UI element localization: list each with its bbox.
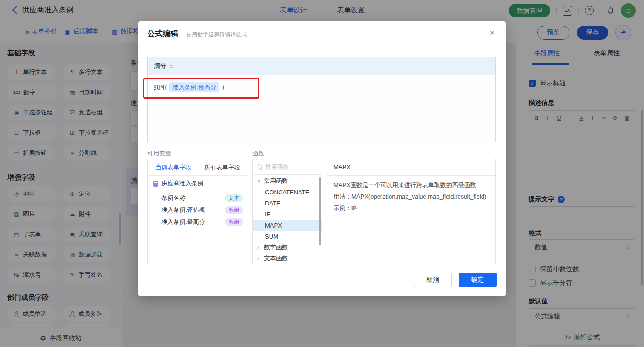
modal-footer: 取消 确定 <box>414 273 497 287</box>
formula-target-row: 满分 = <box>148 57 495 75</box>
variable-name: 准入条例.最高分 <box>161 218 205 226</box>
type-badge: 数组 <box>225 218 243 226</box>
function-item-concatenate[interactable]: CONCATENATE <box>253 187 322 198</box>
doc-line: MAPX函数是一个可以用来进行跨表单取数的高级函数 <box>334 179 490 191</box>
formula-box: 满分 = SUM( 准入条例.最高分 ) <box>147 57 496 142</box>
doc-line: 用法：MAPX(operation,map_value,map_field,re… <box>334 191 490 202</box>
function-doc-title: MAPX <box>327 159 495 176</box>
function-item-if[interactable]: IF <box>253 209 322 220</box>
functions-panel: ∨ 常用函数 CONCATENATE DATE IF MAPX SUM › 数学… <box>252 159 322 264</box>
ok-button[interactable]: 确定 <box>459 273 497 287</box>
red-highlight-box <box>143 78 259 99</box>
function-item-sum[interactable]: SUM <box>253 231 322 242</box>
variable-name: 准入条例.评估项 <box>161 206 205 214</box>
cancel-button[interactable]: 取消 <box>414 273 452 287</box>
formula-editor-modal: 公式编辑 使用数学运算符编辑公式 × 满分 = SUM( 准入条例.最高分 ) … <box>138 21 506 296</box>
group-label: 数学函数 <box>264 243 288 251</box>
variable-name: 条例名称 <box>161 194 185 202</box>
function-doc-panel: MAPX MAPX函数是一个可以用来进行跨表单取数的高级函数 用法：MAPX(o… <box>327 159 496 264</box>
variables-tabs: 当前表单字段 所有表单字段 <box>148 159 248 176</box>
formula-target: 满分 <box>154 62 167 70</box>
function-item-date[interactable]: DATE <box>253 198 322 209</box>
chevron-right-icon: › <box>257 245 261 250</box>
variables-panel: 当前表单字段 所有表单字段 供应商准入条例 条例名称 文本 准入条例.评估项 数… <box>147 159 248 264</box>
function-doc-body: MAPX函数是一个可以用来进行跨表单取数的高级函数 用法：MAPX(operat… <box>334 179 490 214</box>
group-label: 文本函数 <box>264 254 288 262</box>
function-list-scrollbar[interactable] <box>319 177 321 245</box>
form-document-icon <box>153 181 158 187</box>
modal-header: 公式编辑 使用数学运算符编辑公式 × <box>138 21 506 46</box>
search-icon <box>257 164 262 169</box>
functions-section-label: 函数 <box>252 149 264 158</box>
function-search-row <box>253 159 322 175</box>
close-icon[interactable]: × <box>489 28 495 37</box>
type-badge: 数组 <box>225 206 243 214</box>
variables-tree-root[interactable]: 供应商准入条例 <box>153 179 203 188</box>
tree-root-label: 供应商准入条例 <box>161 179 203 188</box>
variable-item[interactable]: 准入条例.最高分 数组 <box>161 216 243 228</box>
modal-subtitle: 使用数学运算符编辑公式 <box>186 31 247 39</box>
app-window: 供应商准入条例 表单设计 表单设置 数据管理 ≡A ? C ⌀ 表单外链 ▣ 后… <box>0 0 644 347</box>
doc-line: 示例：略 <box>334 202 490 214</box>
variable-item[interactable]: 准入条例.评估项 数组 <box>161 204 243 216</box>
function-item-mapx[interactable]: MAPX <box>253 220 322 231</box>
function-list: ∨ 常用函数 CONCATENATE DATE IF MAPX SUM › 数学… <box>253 176 322 264</box>
type-badge: 文本 <box>225 194 243 202</box>
formula-equals: = <box>170 63 173 70</box>
function-group-math[interactable]: › 数学函数 <box>253 242 322 253</box>
chevron-down-icon: ∨ <box>257 179 261 184</box>
group-label: 常用函数 <box>264 177 288 185</box>
modal-title: 公式编辑 <box>147 28 178 39</box>
variables-section-label: 可用变量 <box>147 149 171 158</box>
chevron-right-icon: › <box>257 256 261 261</box>
tab-all-form-fields[interactable]: 所有表单字段 <box>204 163 240 171</box>
tab-current-form-fields[interactable]: 当前表单字段 <box>155 163 191 171</box>
function-group-text[interactable]: › 文本函数 <box>253 253 322 264</box>
function-group-common[interactable]: ∨ 常用函数 <box>253 176 322 187</box>
variable-item[interactable]: 条例名称 文本 <box>161 192 243 204</box>
function-search-input[interactable] <box>264 163 312 171</box>
